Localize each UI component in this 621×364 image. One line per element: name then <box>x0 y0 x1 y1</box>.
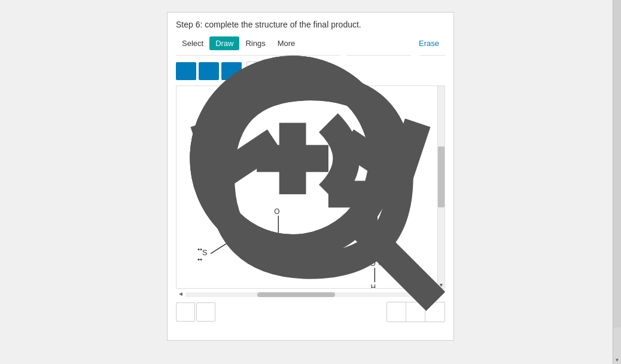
bottom-controls <box>176 302 445 322</box>
zoom-controls <box>386 302 445 322</box>
zoom-out-button[interactable] <box>425 302 445 322</box>
outer-scrollbar-track <box>613 0 621 328</box>
outer-scroll-down[interactable]: ▼ <box>613 356 621 364</box>
molecule-editor-panel: Step 6: complete the structure of the fi… <box>167 12 454 341</box>
outer-scrollbar[interactable]: ▼ <box>613 0 621 364</box>
svg-line-50 <box>364 230 436 302</box>
page-container: Step 6: complete the structure of the fi… <box>0 0 621 364</box>
